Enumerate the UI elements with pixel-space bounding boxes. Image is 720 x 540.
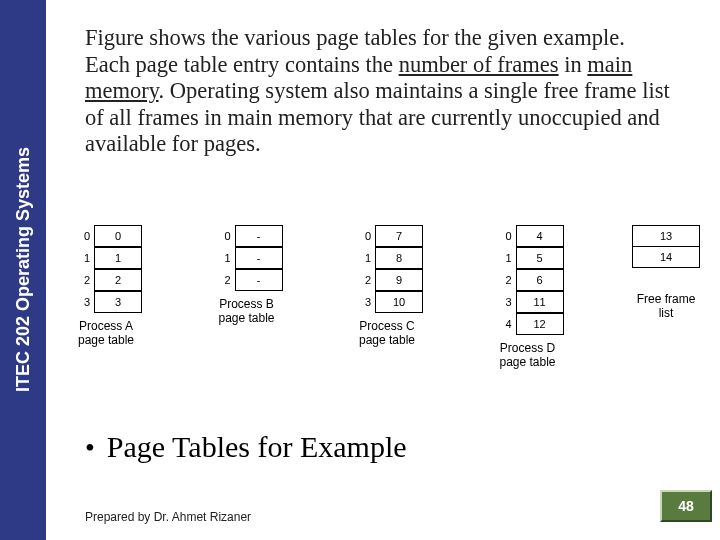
slide-title: •Page Tables for Example bbox=[85, 430, 407, 464]
table-row: 29 bbox=[351, 269, 423, 291]
process-a-table: 00 11 22 33 Process A page table bbox=[70, 225, 142, 348]
process-c-table: 07 18 29 310 Process C page table bbox=[351, 225, 423, 348]
table-caption: Free frame list bbox=[637, 292, 696, 321]
free-frame-list: 13 14 Free frame list bbox=[632, 225, 700, 321]
page-tables-row: 00 11 22 33 Process A page table 0- 1- 2… bbox=[70, 225, 700, 370]
row-index: 1 bbox=[211, 247, 235, 269]
row-index: 2 bbox=[211, 269, 235, 291]
table-caption: Process B page table bbox=[218, 297, 274, 326]
table-row: 15 bbox=[492, 247, 564, 269]
row-value: - bbox=[235, 269, 283, 291]
row-index: 0 bbox=[211, 225, 235, 247]
row-value: 11 bbox=[516, 291, 564, 313]
table-row: 04 bbox=[492, 225, 564, 247]
para-underline1: number of frames bbox=[399, 52, 559, 77]
process-d-table: 04 15 26 311 412 Process D page table bbox=[492, 225, 564, 370]
row-value: 6 bbox=[516, 269, 564, 291]
row-index: 2 bbox=[70, 269, 94, 291]
bullet-icon: • bbox=[85, 432, 107, 463]
table-row: 311 bbox=[492, 291, 564, 313]
row-index: 1 bbox=[492, 247, 516, 269]
row-value: 4 bbox=[516, 225, 564, 247]
table-row: 412 bbox=[492, 313, 564, 335]
table-row: 1- bbox=[211, 247, 283, 269]
row-index: 1 bbox=[70, 247, 94, 269]
title-text: Page Tables for Example bbox=[107, 430, 407, 463]
row-index: 3 bbox=[351, 291, 375, 313]
page-number: 48 bbox=[660, 490, 712, 522]
row-index: 2 bbox=[351, 269, 375, 291]
table-row: 18 bbox=[351, 247, 423, 269]
row-value: 5 bbox=[516, 247, 564, 269]
row-value: 1 bbox=[94, 247, 142, 269]
row-value: - bbox=[235, 225, 283, 247]
row-index: 3 bbox=[492, 291, 516, 313]
footer-author: Prepared by Dr. Ahmet Rizaner bbox=[85, 510, 251, 524]
row-index: 0 bbox=[70, 225, 94, 247]
table-row: 14 bbox=[632, 247, 700, 268]
row-value: 3 bbox=[94, 291, 142, 313]
table-caption: Process D page table bbox=[499, 341, 555, 370]
row-value: 9 bbox=[375, 269, 423, 291]
table-row: 07 bbox=[351, 225, 423, 247]
table-row: 26 bbox=[492, 269, 564, 291]
row-value: 0 bbox=[94, 225, 142, 247]
para-part2: in bbox=[559, 52, 588, 77]
table-row: 310 bbox=[351, 291, 423, 313]
row-index: 2 bbox=[492, 269, 516, 291]
table-row: 22 bbox=[70, 269, 142, 291]
description-paragraph: Figure shows the various page tables for… bbox=[85, 25, 675, 158]
row-index: 0 bbox=[492, 225, 516, 247]
sidebar: ITEC 202 Operating Systems bbox=[0, 0, 46, 540]
slide: ITEC 202 Operating Systems Figure shows … bbox=[0, 0, 720, 540]
row-value: 8 bbox=[375, 247, 423, 269]
row-value: 7 bbox=[375, 225, 423, 247]
row-value: 14 bbox=[632, 246, 700, 268]
table-caption: Process C page table bbox=[359, 319, 415, 348]
table-row: 2- bbox=[211, 269, 283, 291]
row-index: 0 bbox=[351, 225, 375, 247]
row-index: 4 bbox=[492, 313, 516, 335]
row-value: 13 bbox=[632, 225, 700, 247]
para-part3: . Operating system also maintains a sing… bbox=[85, 78, 670, 156]
table-row: 33 bbox=[70, 291, 142, 313]
table-row: 00 bbox=[70, 225, 142, 247]
row-index: 1 bbox=[351, 247, 375, 269]
table-row: 11 bbox=[70, 247, 142, 269]
process-b-table: 0- 1- 2- Process B page table bbox=[211, 225, 283, 326]
table-row: 13 bbox=[632, 225, 700, 247]
table-caption: Process A page table bbox=[78, 319, 134, 348]
table-row: 0- bbox=[211, 225, 283, 247]
row-value: 2 bbox=[94, 269, 142, 291]
row-value: 10 bbox=[375, 291, 423, 313]
row-index: 3 bbox=[70, 291, 94, 313]
course-label: ITEC 202 Operating Systems bbox=[13, 147, 34, 392]
row-value: 12 bbox=[516, 313, 564, 335]
row-value: - bbox=[235, 247, 283, 269]
